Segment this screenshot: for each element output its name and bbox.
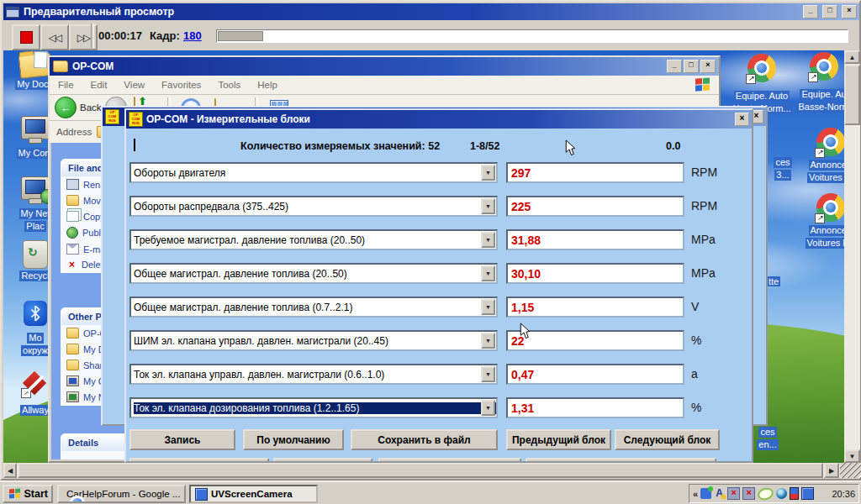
- folder-icon: [66, 344, 79, 354]
- vertical-scroll-thumb[interactable]: [844, 65, 860, 125]
- network-status-icon[interactable]: [700, 488, 711, 499]
- clipped-button[interactable]: [273, 458, 372, 463]
- menu-tools[interactable]: Tools: [218, 80, 240, 90]
- my-network-places-icon: [21, 176, 50, 200]
- opcom-icon: OPCOMRUS: [129, 112, 143, 127]
- back-icon: ←: [55, 97, 77, 118]
- value-field: 1,31: [506, 397, 684, 418]
- bluetooth-icon: [24, 301, 47, 326]
- menu-edit[interactable]: Edit: [91, 80, 108, 90]
- record-button[interactable]: Запись: [129, 429, 235, 450]
- chevron-down-icon[interactable]: ▼: [481, 198, 495, 214]
- tray-collapse-icon[interactable]: «: [693, 489, 698, 499]
- parameter-combobox[interactable]: Общее магистрал. давление топлива (20..5…: [129, 263, 498, 284]
- email-icon: [66, 244, 79, 255]
- vertical-scrollbar[interactable]: ▲ ▼: [844, 50, 860, 463]
- chevron-down-icon[interactable]: ▼: [481, 265, 495, 281]
- desktop-label-fragment: ces en...: [753, 427, 782, 450]
- scroll-left-icon[interactable]: ◀: [3, 463, 17, 478]
- minimize-button[interactable]: _: [667, 60, 682, 73]
- uvscreencamera-tray-icon[interactable]: [756, 486, 774, 501]
- elapsed-time: 00:00:17: [98, 29, 142, 42]
- value-field: 30,10: [506, 263, 684, 284]
- rewind-button[interactable]: ◁◁: [40, 24, 69, 50]
- chevron-down-icon[interactable]: ▼: [481, 366, 495, 382]
- desktop-icon-annonces-voitures-2[interactable]: ↗ Annonces Voitures 2.: [799, 128, 844, 183]
- battery-icon[interactable]: [790, 487, 799, 500]
- parameter-combobox[interactable]: Ток эл. клапана управл. давлен. магистра…: [129, 364, 498, 385]
- chevron-down-icon[interactable]: ▼: [481, 232, 495, 248]
- language-indicator-icon[interactable]: A: [714, 488, 725, 499]
- seek-bar[interactable]: [216, 29, 848, 43]
- windows-logo-icon: [9, 488, 22, 500]
- clipped-button[interactable]: [526, 458, 716, 463]
- previous-block-button[interactable]: Предыдущий блок: [506, 429, 611, 450]
- stop-button[interactable]: [12, 24, 40, 50]
- measure-row: Обороты двигателя▼ 297 RPM: [126, 162, 752, 183]
- publish-icon: [66, 227, 78, 239]
- parameter-combobox[interactable]: Общее магистрал. давление топлива (0.7..…: [129, 297, 498, 318]
- clipped-button[interactable]: [378, 458, 521, 463]
- value-field: 22: [506, 330, 684, 351]
- network-icon: [66, 391, 79, 402]
- desktop-icon-annonces-voitures-ha[interactable]: ↗ Annonces Voitures Ha: [799, 193, 844, 249]
- close-button[interactable]: ×: [842, 5, 857, 18]
- desktop-label-fragment: tte: [767, 273, 780, 288]
- menu-help[interactable]: Help: [257, 80, 277, 90]
- clipped-button[interactable]: [129, 458, 269, 463]
- desktop-label-fragment[interactable]: ces 3...: [769, 157, 797, 181]
- save-to-file-button[interactable]: Сохранить в файл: [351, 429, 498, 450]
- maximize-button[interactable]: □: [822, 5, 837, 18]
- value-field: 0,47: [506, 364, 684, 385]
- measure-row: Ток эл. клапана управл. давлен. магистра…: [126, 364, 752, 385]
- parameter-combobox[interactable]: Требуемое магистрал. давление топлива (2…: [129, 229, 498, 250]
- parameter-combobox[interactable]: Обороты распредвала (375..425)▼: [129, 196, 498, 217]
- measure-row: ШИМ эл. клапана управл. давлен. магистра…: [126, 330, 752, 351]
- chevron-down-icon[interactable]: ▼: [481, 299, 495, 315]
- close-button[interactable]: ×: [700, 60, 716, 73]
- rename-icon: [66, 179, 79, 190]
- chevron-down-icon[interactable]: ▼: [481, 165, 495, 181]
- shortcut-arrow-icon: ↗: [746, 74, 756, 84]
- parameter-combobox-selected[interactable]: Ток эл. клапана дозирования топлива (1.2…: [129, 397, 498, 418]
- menu-file[interactable]: File: [58, 80, 74, 90]
- close-button[interactable]: ×: [735, 113, 749, 126]
- menu-favorites[interactable]: Favorites: [161, 80, 201, 90]
- measure-row: Общее магистрал. давление топлива (20..5…: [126, 263, 752, 284]
- frame-number-link[interactable]: 180: [183, 29, 202, 42]
- preview-window-icon: [6, 7, 19, 18]
- chrome-icon: ↗: [816, 193, 844, 222]
- webcam-icon[interactable]: [776, 488, 787, 499]
- dialog-titlebar: OPCOMRUS OP-COM - Измерительные блоки ×: [126, 110, 752, 129]
- scroll-down-icon[interactable]: ▼: [844, 449, 860, 463]
- resize-grip[interactable]: [840, 463, 861, 478]
- parameter-combobox[interactable]: Обороты двигателя▼: [129, 162, 498, 183]
- desktop-icon-equipe-auto-basse[interactable]: ↗ Equipe. Au Basse-Norm: [785, 52, 844, 113]
- disabled-device-icon[interactable]: ×: [727, 487, 740, 500]
- scroll-right-icon[interactable]: ▶: [824, 463, 839, 478]
- horizontal-scrollbar[interactable]: ◀ ▶: [3, 463, 840, 478]
- parameter-combobox[interactable]: ШИМ эл. клапана управл. давлен. магистра…: [129, 330, 498, 351]
- defaults-button[interactable]: По умолчанию: [243, 429, 344, 450]
- minimize-button[interactable]: _: [803, 5, 818, 18]
- menu-view[interactable]: View: [124, 80, 145, 90]
- toolbar-separator: [91, 24, 94, 48]
- horizontal-scroll-thumb[interactable]: [18, 463, 823, 478]
- measure-row: Обороты распредвала (375..425)▼ 225 RPM: [126, 196, 752, 217]
- maximize-button[interactable]: □: [684, 60, 699, 73]
- taskbar-task-carhelpforum[interactable]: CarHelpForum - Google ...: [57, 485, 186, 503]
- text-caret: [134, 139, 135, 151]
- chevron-down-icon[interactable]: ▼: [481, 400, 495, 416]
- value-field: 31,88: [506, 229, 684, 250]
- frame-label: Кадр:: [150, 29, 180, 42]
- taskbar-task-uvscreencamera[interactable]: UVScreenCamera: [189, 485, 318, 503]
- address-label: Address: [56, 127, 92, 137]
- measure-row: Общее магистрал. давление топлива (0.7..…: [126, 297, 752, 318]
- measure-row: Требуемое магистрал. давление топлива (2…: [126, 229, 752, 250]
- disabled-device-icon[interactable]: ×: [742, 487, 755, 500]
- scroll-up-icon[interactable]: ▲: [844, 50, 860, 64]
- start-button[interactable]: Start: [3, 485, 53, 503]
- next-block-button[interactable]: Следующий блок: [615, 429, 720, 450]
- chevron-down-icon[interactable]: ▼: [481, 333, 495, 349]
- display-settings-icon[interactable]: [801, 487, 814, 500]
